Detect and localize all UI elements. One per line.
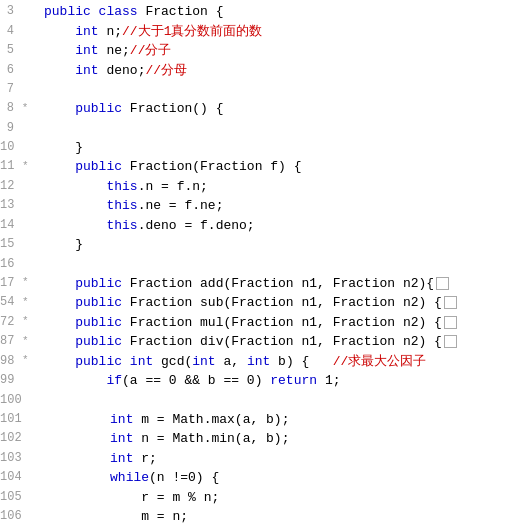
- line-content: int deno;//分母: [40, 61, 516, 81]
- code-line: 10 }: [0, 138, 516, 158]
- code-line: 99 if(a == 0 && b == 0) return 1;: [0, 371, 516, 391]
- code-line: 54* public Fraction sub(Fraction n1, Fra…: [0, 293, 516, 313]
- gutter-mark: *: [18, 313, 32, 330]
- line-content: int n;//大于1真分数前面的数: [40, 22, 516, 42]
- line-content: if(a == 0 && b == 0) return 1;: [40, 371, 516, 391]
- code-line: 17* public Fraction add(Fraction n1, Fra…: [0, 274, 516, 294]
- code-line: 14 this.deno = f.deno;: [0, 216, 516, 236]
- code-line: 103 int r;: [0, 449, 516, 469]
- line-number: 106: [0, 507, 26, 523]
- line-content: public Fraction() {: [40, 99, 516, 119]
- code-line: 12 this.n = f.n;: [0, 177, 516, 197]
- code-line: 6 int deno;//分母: [0, 61, 516, 81]
- line-content: public int gcd(int a, int b) { //求最大公因子: [40, 352, 516, 372]
- line-content: m = n;: [44, 507, 516, 523]
- line-content: while(n !=0) {: [44, 468, 516, 488]
- line-content: public Fraction sub(Fraction n1, Fractio…: [40, 293, 516, 313]
- line-number: 99: [0, 371, 18, 389]
- code-line: 104 while(n !=0) {: [0, 468, 516, 488]
- line-content: public class Fraction {: [40, 2, 516, 22]
- line-number: 72: [0, 313, 18, 331]
- line-number: 6: [0, 61, 18, 79]
- line-content: }: [40, 138, 516, 158]
- gutter-mark: *: [18, 100, 32, 117]
- gutter-mark: *: [18, 158, 32, 175]
- line-number: 102: [0, 429, 26, 447]
- line-number: 7: [0, 80, 18, 98]
- line-content: this.deno = f.deno;: [40, 216, 516, 236]
- code-line: 98* public int gcd(int a, int b) { //求最大…: [0, 352, 516, 372]
- code-line: 72* public Fraction mul(Fraction n1, Fra…: [0, 313, 516, 333]
- code-editor: 3public class Fraction {4 int n;//大于1真分数…: [0, 0, 516, 523]
- line-number: 100: [0, 391, 26, 409]
- code-line: 102 int n = Math.min(a, b);: [0, 429, 516, 449]
- line-number: 13: [0, 196, 18, 214]
- line-content: int n = Math.min(a, b);: [44, 429, 516, 449]
- code-line: 9: [0, 119, 516, 138]
- line-number: 12: [0, 177, 18, 195]
- gutter-mark: *: [18, 294, 32, 311]
- code-line: 3public class Fraction {: [0, 2, 516, 22]
- code-line: 5 int ne;//分子: [0, 41, 516, 61]
- line-content: int r;: [44, 449, 516, 469]
- line-number: 8: [0, 99, 18, 117]
- line-content: int ne;//分子: [40, 41, 516, 61]
- line-number: 10: [0, 138, 18, 156]
- code-line: 100: [0, 391, 516, 410]
- code-line: 11* public Fraction(Fraction f) {: [0, 157, 516, 177]
- code-line: 4 int n;//大于1真分数前面的数: [0, 22, 516, 42]
- line-content: public Fraction div(Fraction n1, Fractio…: [40, 332, 516, 352]
- line-number: 104: [0, 468, 26, 486]
- code-line: 106 m = n;: [0, 507, 516, 523]
- line-number: 14: [0, 216, 18, 234]
- line-number: 16: [0, 255, 18, 273]
- line-number: 15: [0, 235, 18, 253]
- code-line: 101 int m = Math.max(a, b);: [0, 410, 516, 430]
- line-content: public Fraction(Fraction f) {: [40, 157, 516, 177]
- line-content: public Fraction mul(Fraction n1, Fractio…: [40, 313, 516, 333]
- line-content: public Fraction add(Fraction n1, Fractio…: [40, 274, 516, 294]
- code-line: 7: [0, 80, 516, 99]
- line-content: r = m % n;: [44, 488, 516, 508]
- gutter-mark: *: [18, 333, 32, 350]
- code-line: 105 r = m % n;: [0, 488, 516, 508]
- code-line: 16: [0, 255, 516, 274]
- code-line: 8* public Fraction() {: [0, 99, 516, 119]
- line-number: 11: [0, 157, 18, 175]
- line-number: 3: [0, 2, 18, 20]
- code-line: 13 this.ne = f.ne;: [0, 196, 516, 216]
- line-content: this.n = f.n;: [40, 177, 516, 197]
- code-line: 87* public Fraction div(Fraction n1, Fra…: [0, 332, 516, 352]
- line-number: 105: [0, 488, 26, 506]
- gutter-mark: *: [18, 352, 32, 369]
- line-number: 54: [0, 293, 18, 311]
- line-number: 98: [0, 352, 18, 370]
- line-content: }: [40, 235, 516, 255]
- line-number: 9: [0, 119, 18, 137]
- code-line: 15 }: [0, 235, 516, 255]
- line-content: this.ne = f.ne;: [40, 196, 516, 216]
- line-content: int m = Math.max(a, b);: [44, 410, 516, 430]
- line-number: 4: [0, 22, 18, 40]
- line-number: 5: [0, 41, 18, 59]
- line-number: 103: [0, 449, 26, 467]
- line-number: 17: [0, 274, 18, 292]
- line-number: 101: [0, 410, 26, 428]
- line-number: 87: [0, 332, 18, 350]
- gutter-mark: *: [18, 274, 32, 291]
